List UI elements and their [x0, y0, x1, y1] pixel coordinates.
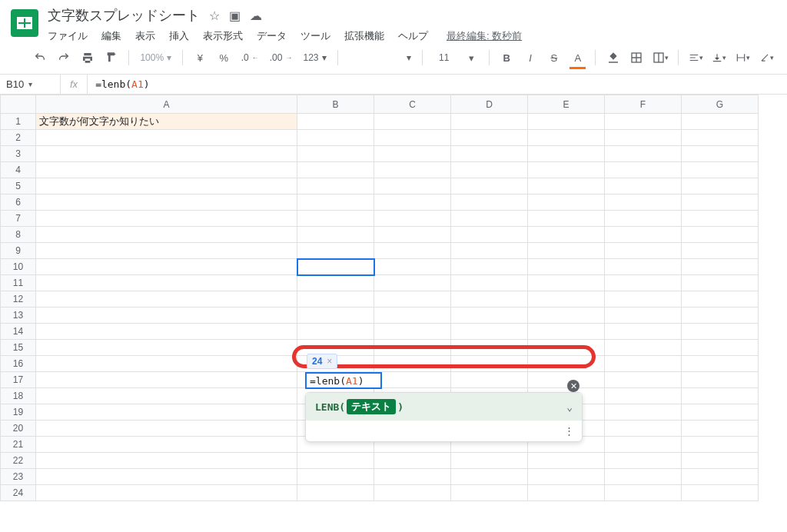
cell[interactable] [605, 114, 682, 130]
cell[interactable] [36, 162, 297, 178]
cell[interactable] [297, 453, 374, 469]
row-header[interactable]: 11 [1, 275, 36, 291]
row-header[interactable]: 21 [1, 437, 36, 453]
select-all-corner[interactable] [1, 95, 36, 114]
cell[interactable] [605, 259, 682, 275]
cell[interactable] [605, 308, 682, 324]
menu-format[interactable]: 表示形式 [203, 29, 243, 43]
halign-button[interactable]: ▾ [686, 48, 706, 68]
merge-button[interactable]: ▾ [651, 48, 670, 68]
cell[interactable] [374, 469, 451, 485]
bold-button[interactable]: B [497, 48, 516, 68]
cell[interactable] [297, 130, 374, 146]
spreadsheet-grid[interactable]: ABCDEFG1文字数が何文字か知りたい23456789101112131415… [0, 95, 787, 501]
cell[interactable] [36, 291, 297, 308]
cell[interactable] [297, 114, 374, 130]
cell[interactable] [297, 211, 374, 227]
cell[interactable] [374, 275, 451, 291]
column-header[interactable]: C [374, 95, 451, 114]
row-header[interactable]: 16 [1, 356, 36, 372]
cell[interactable] [682, 243, 759, 259]
cell-editor[interactable]: =lenb(A1) [305, 372, 382, 389]
cell[interactable] [528, 308, 605, 324]
cell[interactable] [605, 437, 682, 453]
row-header[interactable]: 23 [1, 469, 36, 485]
cell[interactable] [605, 453, 682, 469]
cell[interactable] [36, 227, 297, 243]
row-header[interactable]: 14 [1, 324, 36, 340]
cell[interactable] [374, 114, 451, 130]
cell[interactable] [605, 388, 682, 404]
wrap-button[interactable]: ▾ [733, 48, 752, 68]
cell[interactable] [374, 227, 451, 243]
cell[interactable] [374, 372, 451, 388]
cell[interactable] [605, 243, 682, 259]
print-button[interactable] [78, 48, 98, 68]
cell[interactable] [528, 485, 605, 501]
cell[interactable] [682, 356, 759, 372]
cell[interactable] [605, 162, 682, 178]
cell[interactable] [374, 485, 451, 501]
cell[interactable] [36, 178, 297, 195]
cell[interactable] [451, 195, 528, 211]
cell[interactable] [682, 404, 759, 421]
cell[interactable] [297, 324, 374, 340]
fill-color-button[interactable] [603, 48, 623, 68]
text-color-button[interactable]: A [568, 48, 587, 68]
row-header[interactable]: 17 [1, 372, 36, 388]
cell[interactable] [451, 243, 528, 259]
cell[interactable] [682, 227, 759, 243]
cell[interactable] [451, 291, 528, 308]
cell[interactable] [451, 211, 528, 227]
row-header[interactable]: 4 [1, 162, 36, 178]
row-header[interactable]: 3 [1, 146, 36, 162]
cell[interactable] [528, 324, 605, 340]
row-header[interactable]: 13 [1, 308, 36, 324]
cell[interactable] [451, 324, 528, 340]
cell[interactable] [528, 130, 605, 146]
column-header[interactable]: G [682, 95, 759, 114]
cell[interactable] [451, 485, 528, 501]
cell[interactable] [451, 227, 528, 243]
cell[interactable] [682, 114, 759, 130]
cell[interactable] [682, 162, 759, 178]
cell[interactable] [297, 259, 374, 275]
borders-button[interactable] [627, 48, 646, 68]
cell[interactable] [451, 114, 528, 130]
cell[interactable] [374, 211, 451, 227]
italic-button[interactable]: I [521, 48, 540, 68]
row-header[interactable]: 19 [1, 404, 36, 421]
font-select[interactable]: ▾ [345, 52, 414, 63]
cell[interactable] [528, 178, 605, 195]
cell[interactable] [528, 146, 605, 162]
column-header[interactable]: A [36, 95, 297, 114]
chevron-down-icon[interactable]: ⌄ [566, 401, 573, 413]
cell[interactable] [605, 130, 682, 146]
cell[interactable] [682, 308, 759, 324]
cell[interactable] [605, 485, 682, 501]
cell[interactable] [297, 485, 374, 501]
cell[interactable] [605, 211, 682, 227]
menu-help[interactable]: ヘルプ [398, 29, 428, 43]
cell[interactable] [528, 291, 605, 308]
zoom-select[interactable]: 100%▾ [137, 52, 174, 63]
cell[interactable] [605, 469, 682, 485]
menu-extensions[interactable]: 拡張機能 [344, 29, 384, 43]
percent-button[interactable]: % [214, 48, 234, 68]
cell[interactable] [451, 308, 528, 324]
cell[interactable] [605, 340, 682, 356]
cell[interactable] [451, 178, 528, 195]
menu-data[interactable]: データ [257, 29, 287, 43]
cell[interactable] [451, 372, 528, 388]
cell[interactable] [682, 453, 759, 469]
cell[interactable] [374, 146, 451, 162]
cell[interactable] [682, 437, 759, 453]
cell[interactable] [451, 259, 528, 275]
cell[interactable] [36, 275, 297, 291]
cell[interactable] [374, 324, 451, 340]
cell[interactable] [682, 340, 759, 356]
row-header[interactable]: 8 [1, 227, 36, 243]
menu-file[interactable]: ファイル [48, 29, 88, 43]
row-header[interactable]: 22 [1, 453, 36, 469]
cell[interactable] [36, 453, 297, 469]
